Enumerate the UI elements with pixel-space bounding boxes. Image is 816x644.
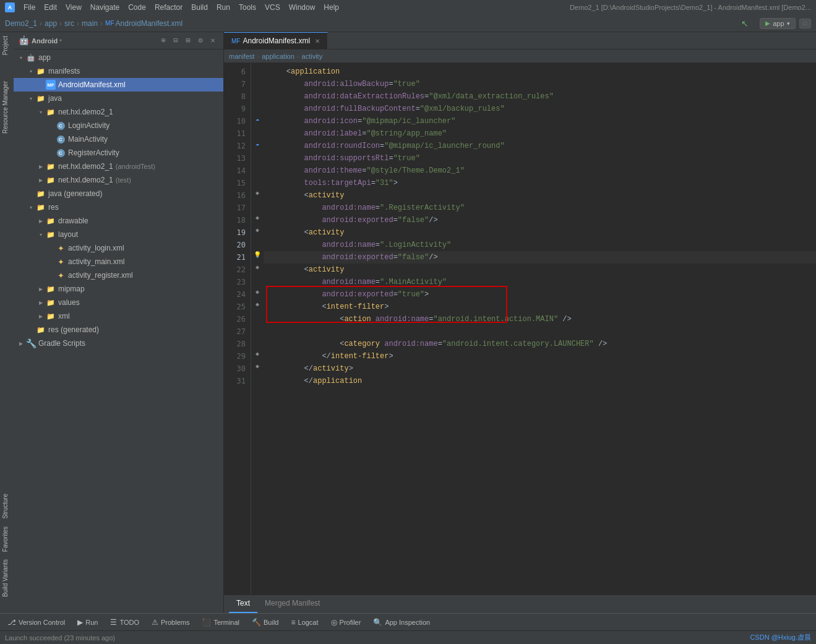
- scope-button[interactable]: ⊕: [158, 35, 169, 46]
- tree-item-values[interactable]: ▶ 📁 values: [14, 296, 223, 309]
- fold-icon-22[interactable]: ◆: [256, 264, 259, 271]
- menu-item-refactor[interactable]: Refactor: [151, 2, 186, 13]
- tree-item-xml-folder[interactable]: ▶ 📁 xml: [14, 309, 223, 323]
- menu-item-run[interactable]: Run: [213, 2, 234, 13]
- run-button[interactable]: □: [799, 19, 811, 28]
- gutter-21[interactable]: 💡: [251, 249, 264, 261]
- tree-item-activity-main[interactable]: ✦ activity_main.xml: [14, 255, 223, 268]
- gutter-25[interactable]: ◆: [251, 298, 264, 311]
- tree-item-activity-login[interactable]: ✦ activity_login.xml: [14, 241, 223, 255]
- tree-item-app[interactable]: ▾ 🤖 app: [14, 51, 223, 64]
- code-line-13[interactable]: android:supportsRtl="true": [264, 152, 816, 165]
- code-line-24[interactable]: android:exported="true">: [264, 288, 816, 301]
- code-line-20[interactable]: android:name=".LoginActivity": [264, 239, 816, 251]
- breadcrumb-src[interactable]: src: [64, 19, 74, 28]
- gutter-19[interactable]: ◆: [251, 224, 264, 236]
- fold-icon-19[interactable]: ◆: [256, 226, 259, 234]
- code-line-23[interactable]: android:name=".MainActivity": [264, 276, 816, 288]
- tree-item-res-generated[interactable]: 📁 res (generated): [14, 323, 223, 337]
- menu-item-help[interactable]: Help: [320, 2, 343, 13]
- gutter-10[interactable]: ☁: [251, 113, 264, 125]
- gutter-22[interactable]: ◆: [251, 261, 264, 273]
- bottom-tab-merged-manifest[interactable]: Merged Manifest: [257, 595, 327, 613]
- version-control-button[interactable]: ⎇ Version Control: [5, 617, 67, 628]
- close-panel-button[interactable]: ✕: [207, 35, 218, 46]
- tree-item-drawable[interactable]: ▶ 📁 drawable: [14, 214, 223, 228]
- code-line-17[interactable]: android:name=".RegisterActivity": [264, 202, 816, 214]
- cloud-icon-12[interactable]: ☁: [256, 140, 259, 147]
- code-line-6[interactable]: <application: [264, 66, 816, 78]
- fold-icon-16[interactable]: ◆: [256, 189, 259, 197]
- breadcrumb-main[interactable]: main: [82, 19, 98, 28]
- menu-item-tools[interactable]: Tools: [235, 2, 260, 13]
- menu-item-window[interactable]: Window: [285, 2, 319, 13]
- menu-item-vcs[interactable]: VCS: [261, 2, 284, 13]
- code-line-19[interactable]: <activity: [264, 226, 816, 239]
- tree-item-test[interactable]: ▶ 📁 net.hxl.demo2_1 (test): [14, 173, 223, 187]
- code-line-16[interactable]: <activity: [264, 189, 816, 202]
- tree-item-java[interactable]: ▾ 📁 java: [14, 92, 223, 105]
- settings-icon[interactable]: ⚙: [195, 35, 206, 46]
- code-line-18[interactable]: android:exported="false"/>: [264, 214, 816, 226]
- gutter-29[interactable]: ◆: [251, 348, 264, 360]
- breadcrumb-application-editor[interactable]: application: [262, 53, 294, 60]
- sidebar-label-resource-manager[interactable]: Resource Manager: [0, 77, 14, 137]
- problems-button[interactable]: ⚠ Problems: [149, 617, 192, 628]
- gutter-24[interactable]: ◆: [251, 286, 264, 298]
- tree-item-androidmanifest[interactable]: MF AndroidManifest.xml: [14, 78, 223, 92]
- editor-tab-androidmanifest[interactable]: MF AndroidManifest.xml ✕: [224, 32, 328, 49]
- code-line-28[interactable]: <category android:name="android.intent.c…: [264, 338, 816, 350]
- tree-item-net-hxl[interactable]: ▾ 📁 net.hxl.demo2_1: [14, 105, 223, 119]
- code-content[interactable]: <application android:allowBackup="true" …: [264, 63, 816, 595]
- code-line-9[interactable]: android:fullBackupContent="@xml/backup_r…: [264, 103, 816, 115]
- breadcrumb-activity-editor[interactable]: activity: [302, 53, 323, 60]
- android-dropdown[interactable]: Android ▾: [32, 37, 62, 45]
- tree-item-activity-register[interactable]: ✦ activity_register.xml: [14, 268, 223, 282]
- code-line-7[interactable]: android:allowBackup="true": [264, 78, 816, 90]
- sidebar-label-structure[interactable]: Structure: [0, 490, 14, 523]
- warning-icon-21[interactable]: 💡: [254, 251, 261, 259]
- fold-icon-29[interactable]: ◆: [256, 350, 259, 358]
- gutter-30[interactable]: ◆: [251, 360, 264, 372]
- code-line-25[interactable]: <intent-filter>: [264, 301, 816, 313]
- gutter-16[interactable]: ◆: [251, 187, 264, 199]
- tree-item-manifests[interactable]: ▾ 📁 manifests: [14, 64, 223, 78]
- tree-item-loginactivity[interactable]: C LoginActivity: [14, 119, 223, 132]
- tree-item-layout[interactable]: ▾ 📁 layout: [14, 228, 223, 241]
- expand-all-button[interactable]: ⊞: [183, 35, 194, 46]
- tree-item-res[interactable]: ▾ 📁 res: [14, 200, 223, 214]
- breadcrumb-app[interactable]: app: [45, 19, 57, 28]
- profiler-button[interactable]: ◎ Profiler: [329, 617, 364, 628]
- gutter-12[interactable]: ☁: [251, 137, 264, 150]
- code-line-8[interactable]: android:dataExtractionRules="@xml/data_e…: [264, 90, 816, 103]
- tree-item-mipmap[interactable]: ▶ 📁 mipmap: [14, 282, 223, 296]
- fold-icon-25[interactable]: ◆: [256, 301, 259, 308]
- breadcrumb-demo2[interactable]: Demo2_1: [5, 19, 37, 28]
- code-line-30[interactable]: </activity>: [264, 363, 816, 375]
- code-line-12[interactable]: android:roundIcon="@mipmap/ic_launcher_r…: [264, 140, 816, 152]
- tree-item-java-generated[interactable]: 📁 java (generated): [14, 187, 223, 200]
- sidebar-label-project[interactable]: Project: [0, 32, 14, 59]
- code-line-10[interactable]: android:icon="@mipmap/ic_launcher": [264, 115, 816, 127]
- run-tool-button[interactable]: ▶ Run: [75, 617, 100, 628]
- fold-icon-24[interactable]: ◆: [256, 288, 259, 296]
- terminal-button[interactable]: ⬛ Terminal: [199, 617, 242, 628]
- menu-item-build[interactable]: Build: [187, 2, 212, 13]
- code-line-21[interactable]: android:exported="false"/>: [264, 251, 816, 264]
- fold-icon-30[interactable]: ◆: [256, 363, 259, 370]
- menu-item-navigate[interactable]: Navigate: [87, 2, 123, 13]
- breadcrumb-manifest-editor[interactable]: manifest: [229, 53, 255, 60]
- todo-button[interactable]: ☰ TODO: [108, 617, 142, 628]
- cloud-icon-10[interactable]: ☁: [256, 115, 259, 122]
- tree-item-gradle-scripts[interactable]: ▶ 🔧 Gradle Scripts: [14, 337, 223, 350]
- run-config-button[interactable]: ▶ app ▾: [760, 18, 795, 29]
- code-line-22[interactable]: <activity: [264, 264, 816, 276]
- menu-item-view[interactable]: View: [62, 2, 85, 13]
- tree-item-registeractivity[interactable]: C RegisterActivity: [14, 146, 223, 160]
- tree-item-mainactivity[interactable]: C MainActivity: [14, 132, 223, 146]
- code-line-15[interactable]: tools:targetApi="31">: [264, 177, 816, 189]
- bottom-tab-text[interactable]: Text: [229, 595, 257, 613]
- build-button[interactable]: 🔨 Build: [249, 617, 281, 628]
- code-line-31[interactable]: </application: [264, 375, 816, 387]
- navigate-back-icon[interactable]: ↖: [741, 19, 749, 28]
